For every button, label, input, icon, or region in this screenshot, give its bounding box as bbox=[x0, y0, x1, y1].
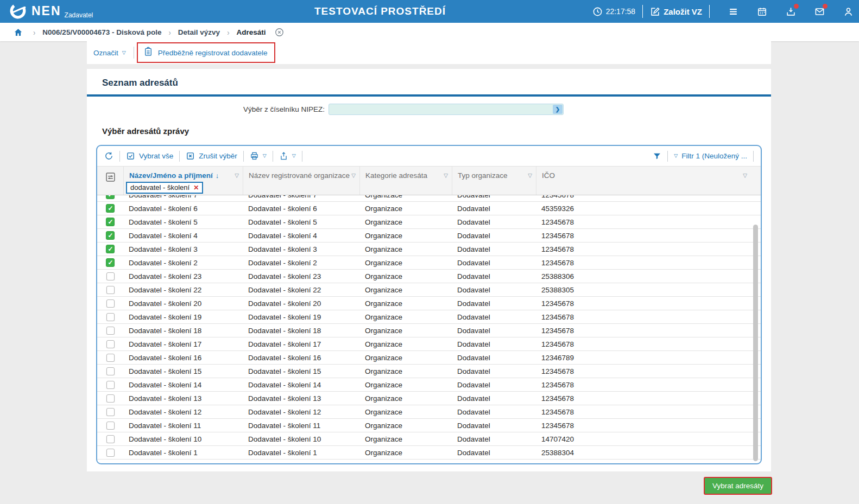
breadcrumb-item-tender[interactable]: N006/25/V00004673 - Disková pole bbox=[42, 28, 161, 36]
column-settings-button[interactable] bbox=[97, 167, 123, 195]
row-checkbox-cell bbox=[97, 204, 123, 213]
table-row[interactable]: Dodavatel - školení 7 Dodavatel - školen… bbox=[97, 195, 761, 202]
row-checkbox[interactable] bbox=[106, 195, 115, 199]
column-filter-icon[interactable]: ▽ bbox=[444, 173, 448, 178]
table-row[interactable]: Dodavatel - školení 20 Dodavatel - škole… bbox=[97, 297, 761, 310]
vertical-scrollbar[interactable] bbox=[753, 225, 758, 461]
column-filter-icon[interactable]: ▽ bbox=[351, 173, 356, 178]
table-row[interactable]: Dodavatel - školení 18 Dodavatel - škole… bbox=[97, 324, 761, 337]
cell-name: Dodavatel - školení 18 bbox=[123, 327, 243, 335]
nipez-picker-input[interactable]: ❯ bbox=[329, 104, 564, 115]
table-row[interactable]: Dodavatel - školení 2 Dodavatel - školen… bbox=[97, 256, 761, 270]
cell-ico: 12345678 bbox=[536, 367, 751, 375]
toolbar-divider bbox=[119, 151, 120, 162]
chevron-down-icon: ▽ bbox=[292, 154, 296, 158]
remove-filter-icon[interactable]: ✕ bbox=[193, 184, 199, 191]
clipboard-icon bbox=[143, 47, 153, 59]
action-bar: Označit▽ Předběžně registrovat dodavatel… bbox=[87, 41, 771, 64]
row-checkbox-cell bbox=[97, 313, 123, 321]
brand[interactable]: NEN Zadavatel bbox=[9, 2, 93, 22]
breadcrumb-item-detail[interactable]: Detail výzvy bbox=[178, 28, 220, 36]
row-checkbox[interactable] bbox=[106, 449, 115, 457]
cell-category: Organizace bbox=[359, 286, 452, 294]
table-row[interactable]: Dodavatel - školení 23 Dodavatel - škole… bbox=[97, 270, 761, 283]
column-filter-icon[interactable]: ▽ bbox=[235, 173, 239, 178]
filter-button[interactable] bbox=[653, 152, 661, 161]
column-header-ico[interactable]: IČO ▽ bbox=[536, 167, 751, 195]
table-row[interactable]: Dodavatel - školení 14 Dodavatel - škole… bbox=[97, 378, 761, 392]
downloads-button[interactable] bbox=[786, 7, 796, 17]
refresh-button[interactable] bbox=[104, 151, 113, 161]
row-checkbox[interactable] bbox=[106, 299, 115, 308]
filter-select-dropdown[interactable]: ▽ Filtr 1 (Neuložený ... bbox=[674, 152, 747, 160]
print-button[interactable]: ▽ bbox=[250, 151, 267, 161]
select-addressees-button[interactable]: Vybrat adresáty bbox=[704, 477, 772, 495]
column-header-registered-org[interactable]: Název registrované organizace ▽ bbox=[243, 167, 359, 195]
row-checkbox[interactable] bbox=[106, 286, 115, 294]
row-checkbox-cell bbox=[97, 245, 123, 253]
table-row[interactable]: Dodavatel - školení 6 Dodavatel - školen… bbox=[97, 202, 761, 215]
table-row[interactable]: Dodavatel - školení 17 Dodavatel - škole… bbox=[97, 337, 761, 351]
cell-category: Organizace bbox=[359, 408, 452, 416]
table-row[interactable]: Dodavatel - školení 15 Dodavatel - škole… bbox=[97, 365, 761, 378]
row-checkbox[interactable] bbox=[106, 340, 115, 348]
row-checkbox-cell bbox=[97, 394, 123, 403]
nipez-field-row: Výběr z číselníku NIPEZ: ❯ bbox=[87, 104, 771, 115]
row-checkbox[interactable] bbox=[106, 354, 115, 362]
messages-button[interactable] bbox=[814, 7, 825, 17]
table-row[interactable]: Dodavatel - školení 4 Dodavatel - školen… bbox=[97, 229, 761, 243]
row-checkbox[interactable] bbox=[106, 245, 115, 253]
user-profile-button[interactable] bbox=[843, 7, 854, 17]
table-row[interactable]: Dodavatel - školení 1 Dodavatel - školen… bbox=[97, 446, 761, 460]
cell-ico: 25388306 bbox=[536, 272, 751, 280]
row-checkbox[interactable] bbox=[106, 218, 115, 226]
column-filter-icon[interactable]: ▽ bbox=[743, 173, 747, 178]
table-row[interactable]: Dodavatel - školení 12 Dodavatel - škole… bbox=[97, 405, 761, 419]
table-row[interactable]: Dodavatel - školení 22 Dodavatel - škole… bbox=[97, 283, 761, 297]
hamburger-icon bbox=[728, 7, 738, 17]
table-row[interactable]: Dodavatel - školení 16 Dodavatel - škole… bbox=[97, 351, 761, 365]
row-checkbox[interactable] bbox=[106, 422, 115, 430]
clear-selection-button[interactable]: Zrušit výběr bbox=[186, 151, 237, 161]
row-checkbox[interactable] bbox=[106, 394, 115, 403]
calendar-button[interactable] bbox=[757, 7, 767, 17]
preregister-suppliers-button[interactable]: Předběžně registrovat dodavatele bbox=[158, 49, 268, 57]
cell-category: Organizace bbox=[359, 272, 452, 280]
row-checkbox[interactable] bbox=[106, 231, 115, 240]
row-checkbox[interactable] bbox=[106, 272, 115, 280]
nipez-open-chevron-icon[interactable]: ❯ bbox=[553, 105, 563, 114]
row-checkbox[interactable] bbox=[106, 327, 115, 335]
close-tab-icon[interactable] bbox=[274, 27, 285, 37]
mark-dropdown-button[interactable]: Označit▽ bbox=[93, 49, 126, 57]
column-header-name[interactable]: Název/Jméno a příjmení↓ ▽ dodavatel - šk… bbox=[123, 167, 243, 195]
select-all-button[interactable]: Vybrat vše bbox=[126, 151, 173, 161]
table-row[interactable]: Dodavatel - školení 19 Dodavatel - škole… bbox=[97, 310, 761, 324]
row-checkbox[interactable] bbox=[106, 258, 115, 267]
row-checkbox[interactable] bbox=[106, 408, 115, 416]
table-row[interactable]: Dodavatel - školení 13 Dodavatel - škole… bbox=[97, 392, 761, 405]
row-checkbox[interactable] bbox=[106, 313, 115, 321]
row-checkbox[interactable] bbox=[106, 435, 115, 443]
table-row[interactable]: Dodavatel - školení 5 Dodavatel - školen… bbox=[97, 215, 761, 229]
home-icon[interactable] bbox=[14, 28, 23, 37]
cell-registered-org: Dodavatel - školení 14 bbox=[243, 381, 359, 389]
table-row[interactable]: Dodavatel - školení 11 Dodavatel - škole… bbox=[97, 419, 761, 432]
row-checkbox[interactable] bbox=[106, 381, 115, 389]
cell-registered-org: Dodavatel - školení 4 bbox=[243, 232, 359, 240]
cell-category: Organizace bbox=[359, 354, 452, 362]
column-header-org-type[interactable]: Typ organizace ▽ bbox=[452, 167, 536, 195]
cell-category: Organizace bbox=[359, 422, 452, 430]
create-vz-button[interactable]: Založit VZ bbox=[650, 7, 702, 17]
table-row[interactable]: Dodavatel - školení 3 Dodavatel - školen… bbox=[97, 243, 761, 256]
checkbox-cross-icon bbox=[186, 151, 195, 161]
menu-button[interactable] bbox=[728, 7, 738, 17]
breadcrumb-item-current[interactable]: Adresáti bbox=[236, 28, 266, 36]
column-filter-icon[interactable]: ▽ bbox=[528, 173, 532, 178]
row-checkbox[interactable] bbox=[106, 367, 115, 375]
column-header-category[interactable]: Kategorie adresáta ▽ bbox=[359, 167, 452, 195]
row-checkbox[interactable] bbox=[106, 204, 115, 213]
export-button[interactable]: ▽ bbox=[279, 151, 296, 161]
environment-title: TESTOVACÍ PROSTŘEDÍ bbox=[293, 5, 467, 17]
sort-descending-icon: ↓ bbox=[216, 171, 219, 180]
table-row[interactable]: Dodavatel - školení 10 Dodavatel - škole… bbox=[97, 432, 761, 446]
